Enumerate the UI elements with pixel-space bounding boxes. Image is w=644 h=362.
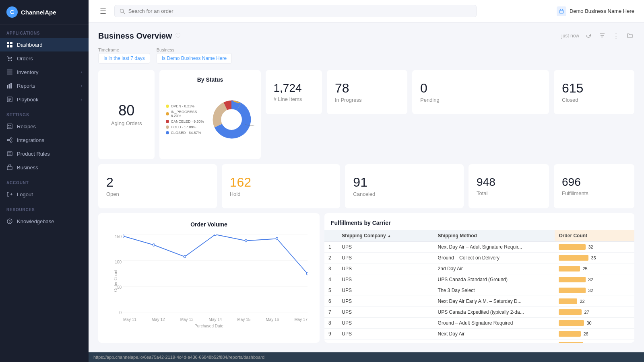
sidebar-item-label: Dashboard <box>17 42 43 48</box>
row-num: 5 <box>324 285 338 296</box>
sidebar-item-logout[interactable]: Logout <box>0 187 89 201</box>
row-method: Next Day Air – Adult Signature Requir... <box>434 242 555 253</box>
logo-text: ChannelApe <box>21 9 56 16</box>
menu-button[interactable]: ☰ <box>98 5 108 17</box>
table-body: 1 UPS Next Day Air – Adult Signature Req… <box>324 242 634 343</box>
by-status-title: By Status <box>166 76 254 83</box>
row-company: UPS <box>338 307 433 318</box>
svg-point-20 <box>7 139 9 141</box>
legend-label-inprogress: IN_PROGRESS · 8.23% <box>171 110 204 118</box>
more-options-button[interactable]: ⋮ <box>611 31 621 41</box>
sidebar-item-dashboard[interactable]: Dashboard <box>0 38 89 51</box>
table-row: 10 UPS Next Day Air Early A.M. 29 <box>324 339 634 343</box>
business-chip[interactable]: Is Demo Business Name Here <box>157 53 232 64</box>
row-company: UPS <box>338 242 433 253</box>
svg-rect-8 <box>7 74 12 74</box>
row-count: 25 <box>555 263 634 274</box>
sidebar-item-recipes[interactable]: Recipes <box>0 119 89 133</box>
filter-button[interactable] <box>598 31 607 41</box>
legend-dot-hold <box>166 125 169 129</box>
x-label-may16: May 16 <box>266 317 279 322</box>
y-label-0: 0 <box>119 311 122 315</box>
business-icon-sidebar <box>6 164 13 171</box>
integration-icon <box>6 137 13 143</box>
hold-value: 162 <box>230 176 251 189</box>
sidebar-item-business[interactable]: Business <box>0 160 89 174</box>
sidebar-item-reports[interactable]: Reports › <box>0 79 89 93</box>
stat-canceled: 91 Canceled <box>345 164 464 208</box>
table-scroll[interactable]: Shipping Company ▲ Shipping Method Order… <box>324 230 634 343</box>
sidebar-item-label: Reports <box>17 83 35 89</box>
row-num: 2 <box>324 253 338 263</box>
stat-closed: 615 Closed <box>554 70 634 114</box>
table-row: 7 UPS UPS Canada Expedited (typically 2-… <box>324 307 634 318</box>
aging-value: 80 <box>118 103 134 118</box>
table-row: 4 UPS UPS Canada Standard (Ground) 32 <box>324 274 634 285</box>
table-row: 6 UPS Next Day Air Early A.M. – Saturday… <box>324 296 634 307</box>
legend-canceled: CANCELED · 9.60% <box>166 119 204 123</box>
bar-value: 22 <box>580 299 584 304</box>
row-method: UPS Canada Standard (Ground) <box>434 274 555 285</box>
table-row: 2 UPS Ground – Collect on Delivery 35 <box>324 253 634 263</box>
stat-hold: 162 Hold <box>222 164 341 208</box>
x-label-may13: May 13 <box>180 317 194 322</box>
row-method: Ground – Adult Signature Required <box>434 318 555 329</box>
sidebar-item-orders[interactable]: Orders <box>0 51 89 65</box>
svg-text:?: ? <box>8 220 10 224</box>
row-method: The 3 Day Select <box>434 285 555 296</box>
y-label-50: 50 <box>117 285 122 290</box>
sidebar-item-integrations[interactable]: Integrations <box>0 133 89 147</box>
favorite-icon[interactable]: ♡ <box>175 32 181 40</box>
folder-button[interactable] <box>625 31 634 41</box>
refresh-button[interactable] <box>584 31 593 41</box>
stat-total: 948 Total <box>469 164 549 208</box>
search-input[interactable] <box>128 8 471 14</box>
stats-row: 78 In Progress 0 Pending 615 Closed 80 A… <box>98 70 634 159</box>
sidebar-item-label: Recipes <box>17 123 36 130</box>
col-method[interactable]: Shipping Method <box>434 230 555 242</box>
row-count: 27 <box>555 307 634 318</box>
in-progress-label: In Progress <box>335 97 361 103</box>
bar <box>559 244 586 250</box>
rules-icon <box>6 150 13 157</box>
sidebar-item-product-rules[interactable]: Product Rules <box>0 147 89 160</box>
svg-rect-7 <box>7 72 12 72</box>
legend-hold: HOLD · 17.09% <box>166 125 204 129</box>
timeframe-filter-group: Timeframe Is in the last 7 days <box>98 47 150 64</box>
section-label-account: ACCOUNT <box>0 174 89 187</box>
fulfillments-value: 696 <box>562 177 581 188</box>
row-count: 22 <box>555 296 634 307</box>
canceled-label: Canceled <box>353 191 375 197</box>
col-count[interactable]: Order Count <box>555 230 634 242</box>
row-company: UPS <box>338 263 433 274</box>
bar-value: 29 <box>586 342 590 343</box>
page-title: Business Overview <box>98 31 172 41</box>
timeframe-label: Timeframe <box>98 47 150 52</box>
fulfillments-table-card: Fulfillments by Carrier Shipping Company… <box>324 213 634 343</box>
table-row: 3 UPS 2nd Day Air 25 <box>324 263 634 274</box>
sidebar-item-playbook[interactable]: Playbook › <box>0 93 89 106</box>
closed-label: Closed <box>562 97 578 103</box>
timeframe-chip[interactable]: Is in the last 7 days <box>98 53 150 64</box>
row-count: 26 <box>555 329 634 339</box>
url-bar: https://app.channelape.io/6ea75a42-2119-… <box>89 352 644 362</box>
canceled-value: 91 <box>353 176 367 189</box>
x-axis-labels: May 11 May 12 May 13 May 14 May 15 May 1… <box>123 317 308 322</box>
row-num: 8 <box>324 318 338 329</box>
x-label-may12: May 12 <box>152 317 165 322</box>
section-label-applications: APPLICATIONS <box>0 25 89 38</box>
sidebar-item-knowledgebase[interactable]: ? Knowledgebase <box>0 214 89 228</box>
sidebar-item-label: Logout <box>17 191 33 197</box>
open-label: Open <box>106 191 119 197</box>
line-chart-svg <box>123 234 308 313</box>
stat-in-progress: 78 In Progress <box>327 70 407 114</box>
sidebar-item-inventory[interactable]: Inventory › <box>0 65 89 79</box>
x-label-may15: May 15 <box>237 317 250 322</box>
bar <box>559 309 582 315</box>
sidebar-item-label: Orders <box>17 56 33 62</box>
x-label-may11: May 11 <box>123 317 136 322</box>
sidebar-item-label: Product Rules <box>17 151 50 157</box>
fulfillments-label: Fulfillments <box>562 190 588 196</box>
sidebar-item-label: Knowledgebase <box>17 218 54 224</box>
col-company[interactable]: Shipping Company ▲ <box>338 230 433 242</box>
